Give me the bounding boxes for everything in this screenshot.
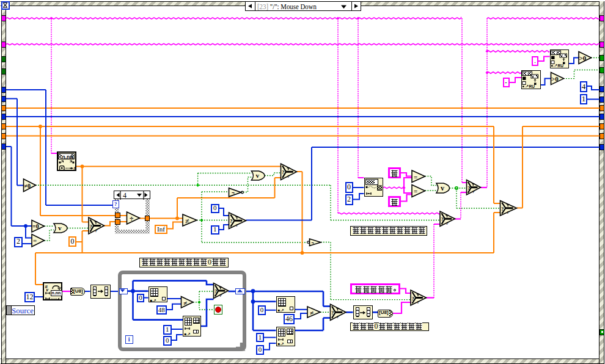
svg-text:=: = [33, 237, 37, 244]
svg-text:=: = [414, 187, 417, 195]
svg-text:?: ? [90, 224, 93, 230]
svg-text:#: # [74, 166, 77, 171]
svg-text:F: F [472, 189, 475, 194]
svg-text:v: v [441, 184, 444, 192]
svg-text:F: F [507, 210, 510, 214]
svg-text:>0: >0 [579, 54, 587, 62]
svg-text:=0: =0 [32, 223, 39, 230]
svg-text:4: 4 [123, 191, 127, 199]
svg-text:≠: ≠ [310, 309, 314, 316]
svg-text:≠0: ≠0 [24, 183, 31, 189]
svg-text:¬: ¬ [232, 190, 235, 195]
svg-text:.↗: .↗ [553, 64, 557, 67]
svg-text:.↗: .↗ [525, 84, 529, 88]
svg-text:?: ? [501, 206, 504, 212]
svg-text:F: F [236, 223, 238, 227]
svg-text:=: = [414, 173, 417, 181]
svg-text:?: ? [412, 296, 415, 302]
svg-text:¬: ¬ [312, 241, 314, 245]
svg-text:?: ? [331, 310, 334, 316]
svg-text:?: ? [468, 185, 471, 191]
svg-text:?: ? [230, 218, 233, 224]
svg-text:F: F [337, 315, 339, 319]
svg-text:F: F [417, 300, 420, 304]
svg-text:RU: RU [529, 84, 535, 88]
svg-text:?: ? [282, 169, 285, 175]
svg-text:?: ? [441, 216, 444, 222]
svg-text:≠: ≠ [185, 217, 189, 225]
svg-text:F: F [287, 174, 290, 178]
svg-text:>0: >0 [551, 75, 559, 82]
svg-text:v: v [58, 224, 62, 231]
svg-text:F: F [446, 221, 449, 225]
svg-text:v: v [255, 172, 259, 179]
svg-text:n.nn: n.nn [62, 154, 73, 160]
svg-text:[23] "/": Mouse Down: [23] "/": Mouse Down [257, 2, 317, 11]
svg-text:F: F [95, 228, 98, 233]
svg-text:RU: RU [557, 63, 563, 67]
